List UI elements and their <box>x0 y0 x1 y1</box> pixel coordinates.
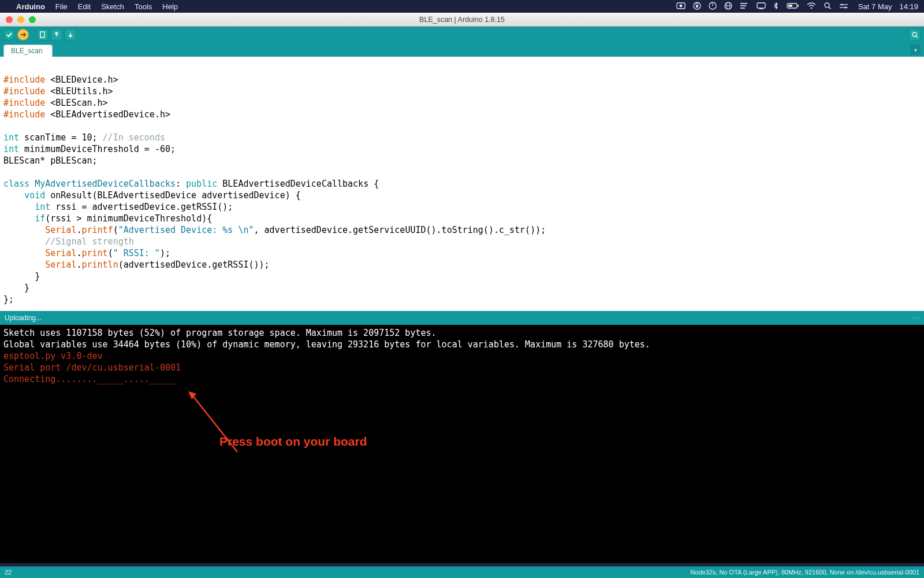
board-info: Node32s, No OTA (Large APP), 80MHz, 9216… <box>690 569 919 576</box>
line-number: 22 <box>5 569 12 576</box>
status-text: Uploading... <box>5 314 42 322</box>
tab-ble-scan[interactable]: BLE_scan <box>3 45 53 57</box>
annotation-text: Press boot on your board <box>219 436 367 447</box>
svg-point-1 <box>679 4 682 7</box>
svg-point-17 <box>811 7 813 9</box>
window-title: BLE_scan | Arduino 1.8.15 <box>0 16 924 24</box>
tab-label: BLE_scan <box>11 47 43 55</box>
svg-rect-24 <box>40 32 44 38</box>
svg-line-19 <box>829 7 831 9</box>
svg-rect-12 <box>757 3 765 8</box>
app-menu[interactable]: Arduino <box>16 2 45 11</box>
svg-point-25 <box>912 32 916 36</box>
open-sketch-button[interactable] <box>51 29 62 40</box>
display-icon[interactable] <box>757 2 766 11</box>
status-strip: Uploading... <box>0 311 924 325</box>
battery-icon[interactable] <box>787 2 799 11</box>
tab-bar: BLE_scan ▾ <box>0 43 924 57</box>
verify-button[interactable] <box>3 29 15 40</box>
globe-icon[interactable] <box>724 2 732 12</box>
menu-edit[interactable]: Edit <box>78 2 91 11</box>
spotlight-icon[interactable] <box>824 2 832 12</box>
mac-menubar: Arduino File Edit Sketch Tools Help <box>0 0 924 13</box>
annotation-arrow <box>167 380 246 469</box>
status-progress <box>912 317 919 319</box>
svg-rect-3 <box>696 5 698 8</box>
power-icon[interactable] <box>709 2 717 12</box>
lock-icon[interactable] <box>693 2 701 12</box>
save-sketch-button[interactable] <box>65 29 76 40</box>
upload-button[interactable] <box>17 29 29 40</box>
new-sketch-button[interactable] <box>37 29 49 40</box>
menu-help[interactable]: Help <box>162 2 178 11</box>
list-icon[interactable] <box>740 2 749 11</box>
svg-rect-15 <box>798 5 799 6</box>
menubar-date[interactable]: Sat 7 May <box>858 2 892 11</box>
control-center-icon[interactable] <box>839 2 848 11</box>
svg-point-18 <box>825 3 829 8</box>
arduino-toolbar <box>0 27 924 43</box>
tab-menu-button[interactable]: ▾ <box>910 45 921 55</box>
menu-tools[interactable]: Tools <box>135 2 152 11</box>
svg-line-26 <box>916 36 918 38</box>
bottom-bar: 22 Node32s, No OTA (Large APP), 80MHz, 9… <box>0 566 924 578</box>
wifi-icon[interactable] <box>807 2 816 11</box>
menu-sketch[interactable]: Sketch <box>101 2 124 11</box>
svg-rect-16 <box>788 5 792 7</box>
zoom-icon[interactable] <box>676 2 685 11</box>
menu-file[interactable]: File <box>55 2 68 11</box>
window-titlebar: BLE_scan | Arduino 1.8.15 <box>0 13 924 27</box>
bluetooth-icon[interactable] <box>773 2 779 12</box>
code-editor[interactable]: #include <BLEDevice.h> #include <BLEUtil… <box>0 57 924 311</box>
console-output[interactable]: Sketch uses 1107158 bytes (52%) of progr… <box>0 325 924 563</box>
menubar-time[interactable]: 14:19 <box>899 2 918 11</box>
serial-monitor-button[interactable] <box>909 29 921 40</box>
